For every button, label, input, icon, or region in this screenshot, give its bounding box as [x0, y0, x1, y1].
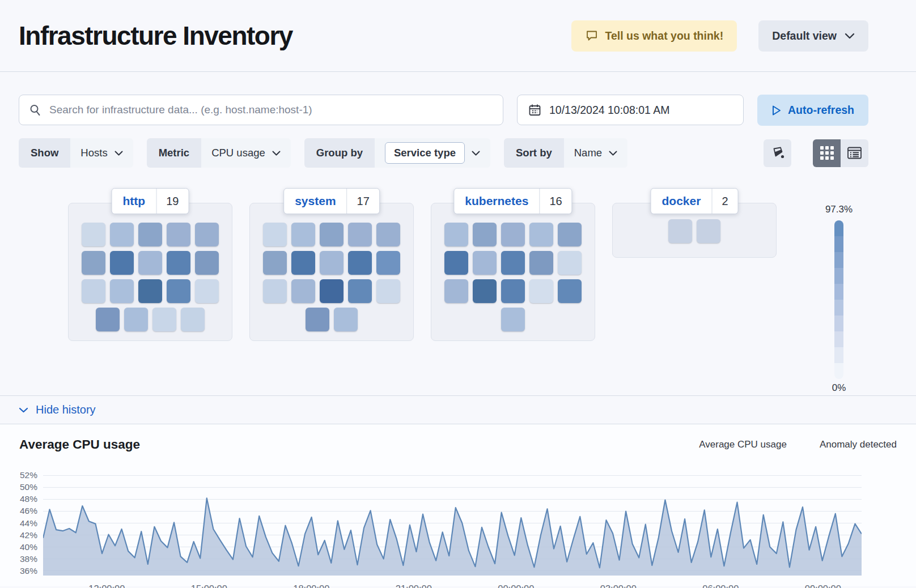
group-count: 17 [347, 189, 379, 214]
search-icon [28, 103, 42, 117]
host-tile[interactable] [82, 251, 105, 275]
waffle-groups: http19system17kubernetes16docker2 [68, 203, 862, 341]
host-tile[interactable] [348, 223, 372, 246]
group-name-link[interactable]: system [284, 194, 346, 208]
host-tile[interactable] [558, 251, 582, 275]
table-view-toggle[interactable] [841, 139, 868, 167]
waffle-group-kubernetes: kubernetes16 [431, 203, 595, 341]
group-name-link[interactable]: kubernetes [454, 194, 539, 208]
host-tile[interactable] [306, 308, 329, 331]
metric-dropdown[interactable]: CPU usage [201, 138, 291, 168]
host-tile[interactable] [558, 223, 582, 246]
host-tile[interactable] [529, 279, 553, 303]
host-tile[interactable] [291, 279, 315, 303]
y-axis-tick: 48% [6, 494, 37, 504]
host-tile[interactable] [334, 308, 358, 331]
hide-history-toggle[interactable]: Hide history [0, 395, 916, 424]
x-axis-tick: 15:00:00 [191, 583, 227, 588]
host-tile[interactable] [291, 223, 315, 246]
groupby-dropdown[interactable]: Service type [375, 138, 490, 168]
sortby-dropdown[interactable]: Name [564, 138, 627, 168]
host-tile[interactable] [473, 251, 497, 275]
host-tile[interactable] [195, 223, 219, 246]
host-tile[interactable] [348, 251, 372, 275]
host-tile[interactable] [291, 251, 315, 275]
show-filter-group: Show Hosts [19, 138, 133, 168]
host-tile[interactable] [110, 251, 134, 275]
host-tile[interactable] [501, 251, 525, 275]
group-box [431, 203, 595, 341]
search-box [19, 95, 503, 125]
legend-item-cpu[interactable]: Average CPU usage [686, 439, 787, 450]
host-tile[interactable] [376, 251, 400, 275]
map-view-toggle[interactable] [813, 139, 841, 167]
host-tile[interactable] [82, 223, 105, 246]
host-tile[interactable] [376, 223, 400, 246]
severity-legend: 97.3% 0% [816, 204, 862, 394]
page-title: Infrastructure Inventory [19, 20, 292, 51]
waffle-map: http19system17kubernetes16docker2 97.3% … [0, 203, 916, 395]
host-tile[interactable] [558, 279, 582, 303]
anomaly-swatch-icon [804, 442, 813, 447]
host-tile[interactable] [320, 279, 343, 303]
calendar-icon [528, 103, 542, 117]
search-input[interactable] [49, 104, 494, 116]
host-tile[interactable] [263, 251, 287, 275]
host-tile[interactable] [263, 279, 287, 303]
host-tile[interactable] [320, 251, 343, 275]
host-tile[interactable] [473, 223, 497, 246]
legend-options-button[interactable] [764, 139, 791, 167]
chevron-down-icon [272, 151, 281, 156]
host-tile[interactable] [82, 279, 105, 303]
x-axis-tick: 06:00:00 [702, 583, 739, 588]
group-name-link[interactable]: docker [651, 194, 712, 208]
show-dropdown[interactable]: Hosts [70, 138, 133, 168]
host-tile[interactable] [376, 279, 400, 303]
host-tile[interactable] [110, 279, 134, 303]
host-tile[interactable] [668, 219, 692, 243]
host-tile[interactable] [138, 223, 162, 246]
host-tile[interactable] [529, 223, 553, 246]
chevron-down-icon [19, 407, 28, 413]
host-tile[interactable] [138, 251, 162, 275]
host-tile[interactable] [195, 279, 219, 303]
host-tile[interactable] [444, 251, 468, 275]
host-tile[interactable] [501, 308, 525, 331]
host-tile[interactable] [181, 308, 205, 331]
host-tile[interactable] [195, 251, 219, 275]
date-picker[interactable]: 10/13/2024 10:08:01 AM [517, 95, 744, 125]
host-tile[interactable] [138, 279, 162, 303]
groupby-combobox[interactable]: Service type [385, 142, 465, 164]
y-axis-tick: 40% [6, 542, 37, 552]
host-tile[interactable] [697, 219, 720, 243]
hide-history-label: Hide history [36, 403, 96, 416]
host-tile[interactable] [529, 251, 553, 275]
legend-item-anomaly[interactable]: Anomaly detected [804, 439, 897, 450]
host-tile[interactable] [110, 223, 134, 246]
host-tile[interactable] [263, 223, 287, 246]
host-tile[interactable] [320, 223, 343, 246]
waffle-group-docker: docker2 [612, 203, 777, 258]
host-tile[interactable] [501, 279, 525, 303]
chart-header: Average CPU usage Average CPU usage Anom… [0, 433, 916, 456]
host-tile[interactable] [124, 308, 148, 331]
legend-step [834, 268, 843, 284]
host-tile[interactable] [473, 279, 497, 303]
view-picker-button[interactable]: Default view [758, 20, 868, 52]
date-value: 10/13/2024 10:08:01 AM [549, 104, 670, 117]
host-tile[interactable] [152, 308, 176, 331]
group-count: 19 [156, 189, 188, 214]
feedback-button[interactable]: Tell us what you think! [571, 20, 737, 52]
host-tile[interactable] [444, 279, 468, 303]
group-name-link[interactable]: http [112, 194, 156, 208]
x-axis-tick: 12:00:00 [88, 583, 125, 588]
y-axis-tick: 36% [6, 566, 37, 576]
host-tile[interactable] [167, 279, 190, 303]
host-tile[interactable] [501, 223, 525, 246]
host-tile[interactable] [167, 251, 190, 275]
host-tile[interactable] [167, 223, 190, 246]
host-tile[interactable] [348, 279, 372, 303]
host-tile[interactable] [96, 308, 120, 331]
host-tile[interactable] [444, 223, 468, 246]
auto-refresh-button[interactable]: Auto-refresh [757, 95, 868, 126]
